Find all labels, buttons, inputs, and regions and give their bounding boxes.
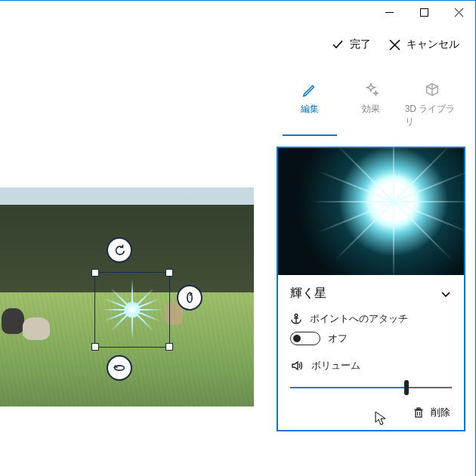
effect-name: 輝く星 [290, 286, 326, 301]
resize-handle-tr[interactable] [165, 269, 173, 277]
close-button[interactable] [441, 0, 476, 24]
svg-rect-13 [417, 408, 420, 410]
rotate-y-handle[interactable] [177, 285, 202, 311]
volume-slider-thumb[interactable] [404, 380, 409, 395]
done-button[interactable]: 完了 [332, 38, 371, 51]
tab-edit-label: 編集 [301, 103, 319, 116]
volume-icon [290, 359, 304, 372]
attach-state: オフ [328, 332, 348, 345]
anchor-icon [290, 313, 302, 325]
photo-subject [2, 308, 24, 334]
maximize-button[interactable] [406, 0, 441, 24]
tab-effects[interactable]: 効果 [344, 82, 398, 136]
delete-button[interactable]: 削除 [431, 406, 450, 419]
done-label: 完了 [350, 38, 371, 51]
chevron-down-icon [440, 288, 452, 300]
resize-handle-tl[interactable] [91, 269, 99, 277]
effect-preview [278, 148, 464, 275]
attach-toggle-row: オフ [278, 329, 464, 348]
rotate-z-handle[interactable] [107, 237, 132, 263]
volume-slider[interactable] [290, 382, 452, 394]
x-icon [389, 39, 400, 51]
tab-edit[interactable]: 編集 [283, 82, 337, 136]
cancel-button[interactable]: キャンセル [389, 38, 459, 51]
tab-3d-label: 3D ライブラリ [405, 103, 459, 128]
trash-icon [413, 406, 425, 419]
volume-row: ボリューム [278, 356, 464, 376]
tab-3d-library[interactable]: 3D ライブラリ [405, 82, 459, 136]
resize-handle-br[interactable] [165, 343, 173, 351]
resize-handle-bl[interactable] [91, 343, 99, 351]
pencil-icon [301, 82, 318, 98]
photo-subject [23, 317, 50, 340]
placed-effect[interactable] [110, 287, 155, 332]
check-icon [332, 39, 344, 51]
attach-toggle[interactable] [290, 332, 320, 345]
svg-rect-9 [416, 410, 422, 417]
side-panel: 編集 効果 3D ライブラリ 輝く星 ポイントへのアタッチ [266, 71, 476, 442]
tab-effects-label: 効果 [362, 103, 380, 116]
attach-label: ポイントへのアタッチ [310, 312, 408, 326]
svg-rect-1 [420, 8, 428, 16]
effect-name-row[interactable]: 輝く星 [278, 275, 464, 309]
cube-icon [424, 82, 440, 98]
sparkle-icon [363, 82, 379, 98]
svg-point-6 [295, 314, 298, 317]
transform-gizmo[interactable] [94, 272, 170, 348]
window-controls [372, 0, 476, 24]
volume-label: ボリューム [311, 359, 360, 372]
attach-row: ポイントへのアタッチ [278, 309, 464, 329]
rotate-x-handle[interactable] [107, 355, 132, 381]
minimize-button[interactable] [372, 0, 406, 24]
cancel-label: キャンセル [406, 38, 459, 51]
mouse-cursor-icon [375, 411, 387, 426]
